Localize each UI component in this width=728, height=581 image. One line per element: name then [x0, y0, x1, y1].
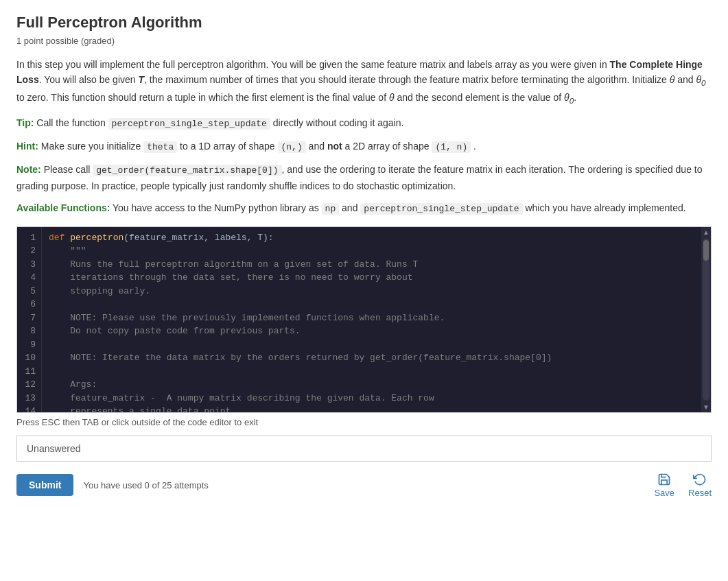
note-block: Note: Please call get_order(feature_matr… [16, 162, 712, 193]
unanswered-box: Unanswered [16, 436, 712, 462]
reset-button[interactable]: Reset [688, 473, 712, 498]
hint-shape-code: (n,) [278, 141, 306, 153]
esc-hint: Press ESC then TAB or click outside of t… [16, 417, 712, 427]
hint-text3: and [306, 141, 327, 152]
hint-label: Hint: [16, 141, 38, 152]
hint-text4: a 2D array of shape [342, 141, 432, 152]
avail-text3: which you have already implemented. [523, 202, 686, 213]
code-content[interactable]: def perceptron(feature_matrix, labels, T… [42, 227, 711, 412]
avail-text2: and [339, 202, 360, 213]
available-functions-block: Available Functions: You have access to … [16, 200, 712, 217]
description-block: In this step you will implement the full… [16, 57, 712, 107]
tip-text: Call the function [36, 117, 108, 128]
hint-not: not [327, 141, 342, 152]
save-button[interactable]: Save [654, 473, 674, 498]
scroll-track[interactable] [703, 239, 709, 401]
scrollbar[interactable]: ▲ ▼ [701, 227, 711, 412]
scroll-down-arrow[interactable]: ▼ [703, 402, 709, 412]
tip-text2: directly without coding it again. [270, 117, 404, 128]
hint-text: Make sure you initialize [41, 141, 143, 152]
attempts-text: You have used 0 of 25 attempts [83, 480, 208, 490]
desc-text1: In this step you will implement the full… [16, 59, 610, 70]
scroll-thumb[interactable] [703, 240, 709, 261]
note-label: Note: [16, 164, 41, 175]
code-editor[interactable]: 123456789101112131415 def perceptron(fea… [16, 226, 712, 413]
tip-label: Tip: [16, 117, 34, 128]
tip-code: perceptron_single_step_update [108, 118, 270, 130]
save-icon [657, 473, 671, 486]
note-text: Please call [44, 164, 93, 175]
desc-theta2: θ [389, 92, 395, 103]
line-numbers: 123456789101112131415 [17, 227, 42, 412]
hint-text2: to a 1D array of shape [177, 141, 277, 152]
hint-shape2-code: (1, n) [432, 141, 471, 153]
submit-button[interactable]: Submit [16, 474, 73, 496]
avail-func-code: perceptron_single_step_update [360, 203, 522, 215]
desc-theta: θ [670, 74, 675, 85]
bottom-left: Submit You have used 0 of 25 attempts [16, 474, 209, 496]
unanswered-label: Unanswered [27, 443, 81, 454]
bottom-right: Save Reset [654, 473, 712, 498]
desc-text2: . You will also be given T, the maximum … [16, 74, 706, 102]
reset-label: Reset [688, 488, 712, 498]
tip-block: Tip: Call the function perceptron_single… [16, 115, 712, 132]
points-label: 1 point possible (graded) [16, 36, 712, 46]
bottom-bar: Submit You have used 0 of 25 attempts Sa… [16, 473, 712, 498]
hint-text5: . [471, 141, 476, 152]
desc-T: T [138, 74, 144, 85]
reset-icon [693, 473, 707, 486]
hint-block: Hint: Make sure you initialize theta to … [16, 139, 712, 155]
avail-np-code: np [322, 203, 340, 215]
avail-text: You have access to the NumPy python libr… [113, 202, 322, 213]
avail-label: Available Functions: [16, 202, 110, 213]
note-code: get_order(feature_matrix.shape[0]) [93, 165, 281, 176]
desc-theta0b: θ0 [564, 92, 574, 103]
desc-theta0: θ0 [696, 74, 705, 85]
scroll-up-arrow[interactable]: ▲ [703, 227, 709, 237]
hint-theta-code: theta [143, 141, 177, 153]
save-label: Save [654, 488, 674, 498]
page-title: Full Perceptron Algorithm [16, 14, 712, 32]
